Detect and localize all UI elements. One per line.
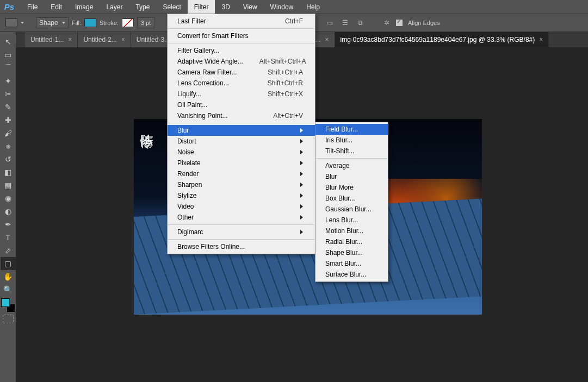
menu-filter[interactable]: Filter [188,0,215,14]
menu-item-average[interactable]: Average [315,160,388,171]
document-tab[interactable]: Untitled-1...× [25,32,78,47]
foreground-background-swatch[interactable] [1,298,15,312]
menu-file[interactable]: File [21,0,44,14]
close-icon[interactable]: × [68,36,72,43]
menu-item-last-filter[interactable]: Last FilterCtrl+F [168,16,315,27]
tool-preset-icon[interactable] [5,18,17,27]
menu-item-convert-for-smart-filters[interactable]: Convert for Smart Filters [168,30,315,41]
tool-eraser[interactable]: ◧ [1,166,16,179]
arrange-icon[interactable]: ⧉ [355,17,367,29]
fill-swatch[interactable] [84,18,96,27]
menu-item-pixelate[interactable]: Pixelate [168,158,315,168]
menu-item-box-blur[interactable]: Box Blur... [315,193,388,204]
menu-item-digimarc[interactable]: Digimarc [168,227,315,237]
menu-item-liquify[interactable]: Liquify...Shift+Ctrl+X [168,89,315,99]
document-tab[interactable]: Untitled-2...× [78,32,131,47]
menu-item-gaussian-blur[interactable]: Gaussian Blur... [315,204,388,215]
close-icon[interactable]: × [325,36,329,43]
menu-item-video[interactable]: Video [168,201,315,212]
menu-image[interactable]: Image [69,0,100,14]
menu-item-stylize[interactable]: Stylize [168,190,315,201]
menu-item-label: Filter Gallery... [177,47,219,54]
menu-item-field-blur[interactable]: Field Blur... [315,124,388,135]
shortcut-label: Shift+Ctrl+R [251,79,303,87]
align-edges-checkbox[interactable] [396,20,403,26]
menu-item-sharpen[interactable]: Sharpen [168,179,315,190]
align-icon[interactable]: ☰ [339,17,351,29]
tool-healing[interactable]: ✚ [1,114,16,127]
menu-item-surface-blur[interactable]: Surface Blur... [315,269,388,280]
tool-hand[interactable]: ✋ [1,270,16,283]
tool-eyedropper[interactable]: ✎ [1,101,16,114]
menu-edit[interactable]: Edit [44,0,69,14]
tool-rectangle[interactable]: ▢ [1,257,16,270]
tool-blur[interactable]: ◉ [1,192,16,205]
tool-wand[interactable]: ✦ [1,74,16,87]
tool-crop[interactable]: ✂ [1,87,16,101]
menu-item-smart-blur[interactable]: Smart Blur... [315,258,388,269]
menu-item-lens-blur[interactable]: Lens Blur... [315,215,388,226]
menu-item-blur[interactable]: Blur [315,171,388,182]
menu-item-label: Camera Raw Filter... [177,68,237,76]
fill-label: Fill: [72,20,81,26]
menu-item-noise[interactable]: Noise [168,147,315,158]
menu-item-blur[interactable]: Blur [168,125,315,136]
stroke-swatch[interactable] [122,18,134,27]
menu-item-camera-raw-filter[interactable]: Camera Raw Filter...Shift+Ctrl+A [168,67,315,78]
menu-item-blur-more[interactable]: Blur More [315,182,388,193]
menu-layer[interactable]: Layer [100,0,129,14]
menu-item-iris-blur[interactable]: Iris Blur... [315,135,388,146]
tool-lasso[interactable]: ⌒ [1,61,16,74]
separator [316,158,387,159]
menu-item-distort[interactable]: Distort [168,136,315,147]
menu-item-render[interactable]: Render [168,168,315,179]
menu-item-motion-blur[interactable]: Motion Blur... [315,226,388,236]
stroke-width-input[interactable]: 3 pt [137,17,154,28]
shape-mode-dropdown[interactable]: Shape [36,17,69,28]
tab-label: Untitled-1... [30,36,64,43]
gear-icon[interactable]: ✲ [381,17,393,29]
submenu-arrow-icon [300,150,303,154]
tool-path[interactable]: ⬀ [1,244,16,257]
quickmask-icon[interactable] [3,315,14,323]
tool-zoom[interactable]: 🔍 [1,283,16,296]
menu-item-label: Surface Blur... [325,271,366,278]
menu-3d[interactable]: 3D [215,0,236,14]
menu-window[interactable]: Window [264,0,300,14]
tool-gradient[interactable]: ▤ [1,179,16,192]
menu-view[interactable]: View [237,0,264,14]
tool-marquee[interactable]: ▭ [1,48,16,61]
submenu-arrow-icon [300,230,303,234]
tool-brush[interactable]: 🖌 [1,127,16,140]
menu-item-label: Other [177,214,194,221]
close-icon[interactable]: × [121,36,125,43]
menu-item-radial-blur[interactable]: Radial Blur... [315,236,388,247]
menu-item-vanishing-point[interactable]: Vanishing Point...Alt+Ctrl+V [168,110,315,121]
tool-stamp[interactable]: ⎈ [1,140,16,153]
tool-type[interactable]: T [1,231,16,244]
menu-help[interactable]: Help [300,0,326,14]
tool-pen[interactable]: ✒ [1,218,16,231]
menu-item-lens-correction[interactable]: Lens Correction...Shift+Ctrl+R [168,78,315,89]
menu-item-browse-filters-online[interactable]: Browse Filters Online... [168,241,315,252]
menu-item-label: Tilt-Shift... [325,147,355,155]
close-icon[interactable]: × [539,36,543,43]
tool-dodge[interactable]: ◐ [1,205,16,218]
menu-item-other[interactable]: Other [168,212,315,223]
path-ops-icon[interactable]: ▭ [324,17,336,29]
menu-type[interactable]: Type [129,0,156,14]
submenu-arrow-icon [300,128,303,133]
tool-history[interactable]: ↺ [1,153,16,166]
menu-item-oil-paint[interactable]: Oil Paint... [168,99,315,110]
menu-item-label: Blur More [325,184,354,191]
menu-item-tilt-shift[interactable]: Tilt-Shift... [315,146,388,156]
shape-mode-label: Shape [39,19,58,27]
menu-item-filter-gallery[interactable]: Filter Gallery... [168,45,315,56]
menu-item-shape-blur[interactable]: Shape Blur... [315,247,388,258]
menu-select[interactable]: Select [156,0,187,14]
submenu-arrow-icon [300,215,303,220]
document-tab[interactable]: img-0c93ac8bd73d7fc64569a1189e404e67.jpg… [335,32,549,47]
tool-move[interactable]: ↖ [1,35,16,48]
separator [168,28,314,29]
menu-item-adaptive-wide-angle[interactable]: Adaptive Wide Angle...Alt+Shift+Ctrl+A [168,56,315,67]
